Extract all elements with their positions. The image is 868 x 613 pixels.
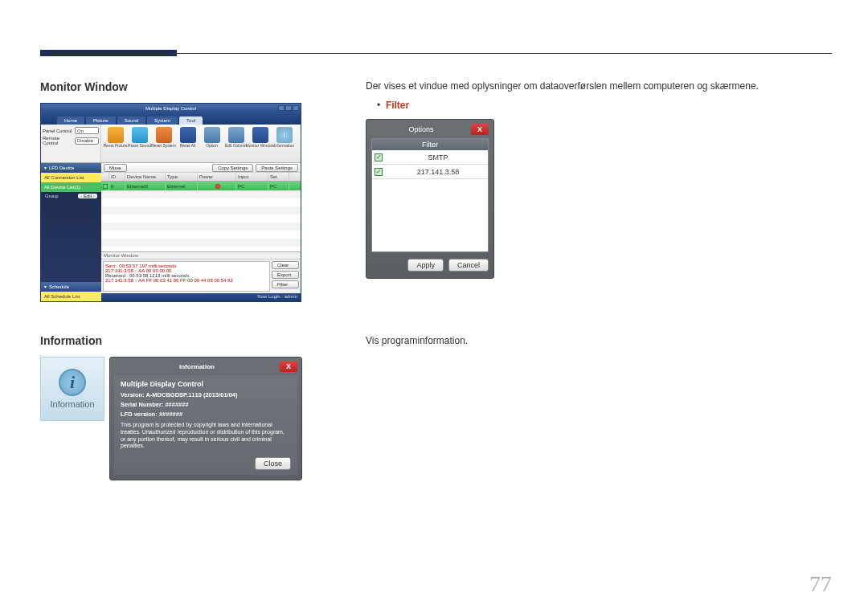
information-dialog: Information X Multiple Display Control V… bbox=[109, 357, 302, 480]
reset-all-button[interactable]: Reset All bbox=[177, 127, 199, 160]
information-icon: i bbox=[59, 369, 86, 396]
information-description: Vis programinformation. bbox=[366, 335, 824, 346]
information-button[interactable]: iInformation bbox=[273, 127, 295, 160]
app-sidebar: ▾LFD Device All Connection List All Devi… bbox=[41, 163, 101, 301]
window-minimize-icon[interactable] bbox=[278, 105, 285, 111]
app-title-text: Multiple Display Control bbox=[145, 106, 196, 111]
monitor-export-button[interactable]: Export bbox=[272, 271, 299, 279]
reset-sound-button[interactable]: Reset Sound bbox=[129, 127, 150, 160]
filter-row-ip[interactable]: ✓ 217.141.3.58 bbox=[372, 165, 488, 179]
monitor-window-pane: Monitor Window Sent : 00:53:57 197 milli… bbox=[101, 251, 301, 293]
information-tile-label: Information bbox=[50, 399, 94, 409]
filter-table: Filter ✓ SMTP ✓ 217.141.3.58 bbox=[371, 138, 489, 252]
info-dialog-close-button[interactable]: X bbox=[280, 361, 297, 372]
col-device-name[interactable]: Device Name bbox=[125, 173, 166, 181]
toolbar-icons: Reset Picture Reset Sound Reset System R… bbox=[101, 125, 301, 162]
window-maximize-icon[interactable] bbox=[285, 105, 292, 111]
filter-row-ip-checkbox[interactable]: ✓ bbox=[375, 168, 383, 176]
filter-empty-rows bbox=[372, 179, 488, 251]
info-app-name: Multiple Display Control bbox=[121, 380, 291, 388]
filter-options-dialog: Options X Filter ✓ SMTP ✓ 217.141.3.58 A… bbox=[366, 119, 494, 279]
left-column: Monitor Window Multiple Display Control … bbox=[40, 80, 313, 480]
reset-picture-button[interactable]: Reset Picture bbox=[104, 127, 126, 160]
monitor-clear-button[interactable]: Clear bbox=[272, 261, 299, 269]
sidebar-all-schedule-list[interactable]: All Schedule List bbox=[41, 292, 101, 301]
mdc-app-window: Multiple Display Control Home Picture So… bbox=[40, 103, 301, 302]
info-lfd-version: LFD version: ####### bbox=[121, 411, 291, 418]
col-power[interactable]: Power bbox=[198, 173, 236, 181]
tab-tool[interactable]: Tool bbox=[179, 116, 203, 125]
monitor-filter-button[interactable]: Filter bbox=[272, 280, 299, 288]
remote-control-dropdown[interactable]: Disable bbox=[75, 137, 99, 145]
info-serial: Serial Number: ####### bbox=[121, 401, 291, 408]
sidebar-lfd-device-header[interactable]: ▾LFD Device bbox=[41, 163, 101, 173]
copy-settings-button[interactable]: Copy Settings bbox=[212, 164, 253, 172]
information-heading: Information bbox=[40, 334, 313, 347]
col-id[interactable]: ID bbox=[109, 173, 125, 181]
tab-picture[interactable]: Picture bbox=[86, 116, 116, 125]
filter-column-header: Filter bbox=[372, 139, 488, 150]
reset-system-button[interactable]: Reset System bbox=[153, 127, 174, 160]
sidebar-all-connection-list[interactable]: All Connection List bbox=[41, 173, 101, 182]
app-titlebar: Multiple Display Control bbox=[41, 104, 301, 113]
monitor-window-button[interactable]: Monitor Window bbox=[249, 127, 271, 160]
monitor-window-description: Der vises et vindue med oplysninger om d… bbox=[366, 80, 824, 92]
toolbar-panel-controls: Panel Control On Remote Control Disable bbox=[41, 125, 101, 162]
sidebar-schedule-header[interactable]: ▾Schedule bbox=[41, 282, 101, 292]
col-set[interactable]: Set bbox=[268, 173, 289, 181]
remote-control-label: Remote Control bbox=[43, 136, 72, 145]
paste-settings-button[interactable]: Paste Settings bbox=[256, 164, 298, 172]
filter-apply-button[interactable]: Apply bbox=[407, 259, 444, 272]
options-close-button[interactable]: X bbox=[471, 124, 489, 135]
page-number: 77 bbox=[809, 571, 832, 597]
filter-cancel-button[interactable]: Cancel bbox=[448, 259, 489, 272]
information-tile-button[interactable]: i Information bbox=[40, 357, 104, 421]
info-dialog-title: Information bbox=[114, 363, 280, 370]
app-tabs: Home Picture Sound System Tool bbox=[41, 113, 301, 125]
header-divider-line bbox=[40, 53, 832, 54]
edit-column-button[interactable]: Edit Column bbox=[225, 127, 247, 160]
monitor-pane-title: Monitor Window bbox=[101, 252, 301, 260]
device-grid-header: ID Device Name Type Power Input Set bbox=[101, 173, 301, 182]
filter-bullet: • Filter bbox=[377, 100, 824, 111]
grid-actions-row: Move Copy Settings Paste Settings bbox=[101, 163, 301, 173]
sidebar-group-item[interactable]: Group - Edit - bbox=[41, 192, 101, 200]
filter-row-smtp[interactable]: ✓ SMTP bbox=[372, 150, 488, 165]
monitor-log-area: Sent : 00:53:57 197 milli seconds 217:14… bbox=[103, 261, 270, 292]
device-grid-row[interactable]: 0 Ethernet0 Ethernet PC PC bbox=[101, 182, 301, 190]
sidebar-all-device-list[interactable]: All Device List(1) bbox=[41, 182, 101, 192]
info-close-button[interactable]: Close bbox=[255, 457, 291, 470]
sidebar-edit-button[interactable]: - Edit - bbox=[78, 194, 97, 198]
filter-row-smtp-checkbox[interactable]: ✓ bbox=[375, 153, 383, 161]
col-input[interactable]: Input bbox=[236, 173, 268, 181]
power-off-indicator-icon bbox=[215, 184, 220, 189]
monitor-window-heading: Monitor Window bbox=[40, 80, 313, 93]
app-status-bar: Now Login : admin bbox=[101, 293, 301, 301]
row-checkbox[interactable] bbox=[103, 184, 108, 189]
device-grid-empty-rows bbox=[101, 190, 301, 251]
info-legal-text: This program is protected by copyright l… bbox=[121, 422, 291, 450]
tab-home[interactable]: Home bbox=[57, 116, 84, 125]
app-main-area: Move Copy Settings Paste Settings ID Dev… bbox=[101, 163, 301, 301]
tab-sound[interactable]: Sound bbox=[117, 116, 145, 125]
right-column: Der vises et vindue med oplysninger om d… bbox=[366, 80, 824, 354]
info-version: Version: A-MDCBGDSP.1110 (2013/01/04) bbox=[121, 391, 291, 398]
tab-system[interactable]: System bbox=[147, 116, 178, 125]
app-toolbar: Panel Control On Remote Control Disable … bbox=[41, 125, 301, 163]
options-dialog-title: Options bbox=[371, 125, 471, 133]
window-close-icon[interactable] bbox=[293, 105, 299, 111]
col-type[interactable]: Type bbox=[166, 173, 198, 181]
move-button[interactable]: Move bbox=[104, 164, 127, 172]
panel-control-label: Panel Control bbox=[43, 129, 72, 133]
panel-control-dropdown[interactable]: On bbox=[75, 127, 99, 134]
option-button[interactable]: Option bbox=[201, 127, 223, 160]
